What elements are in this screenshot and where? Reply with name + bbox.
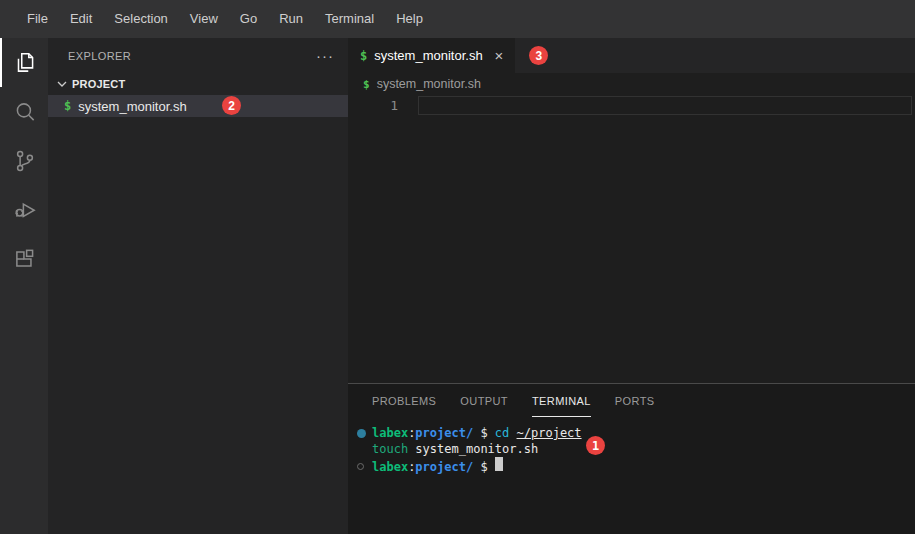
- menu-bar: File Edit Selection View Go Run Terminal…: [0, 0, 915, 38]
- menu-view[interactable]: View: [179, 0, 229, 38]
- breadcrumb-label: system_monitor.sh: [377, 77, 481, 91]
- tab-terminal[interactable]: TERMINAL: [532, 385, 591, 417]
- tab-ports[interactable]: PORTS: [615, 385, 655, 417]
- activity-bar: [0, 38, 48, 534]
- bottom-panel: PROBLEMS OUTPUT TERMINAL PORTS labex:pro…: [348, 383, 915, 534]
- prompt-dir: project/: [415, 459, 473, 475]
- sidebar-section-project[interactable]: PROJECT: [48, 73, 348, 95]
- file-name: system_monitor.sh: [78, 99, 186, 114]
- menu-file[interactable]: File: [16, 0, 59, 38]
- step-badge-2: 2: [222, 96, 241, 115]
- tab-system-monitor[interactable]: $ system_monitor.sh ×: [348, 38, 515, 73]
- menu-go[interactable]: Go: [229, 0, 268, 38]
- shell-file-icon: $: [360, 49, 367, 63]
- chevron-down-icon: [54, 76, 70, 92]
- prompt-user: labex: [372, 425, 408, 441]
- step-badge-3: 3: [529, 46, 548, 65]
- prompt-dollar: $: [473, 425, 495, 441]
- prompt-dir: project/: [415, 425, 473, 441]
- explorer-icon[interactable]: [0, 38, 48, 87]
- breadcrumb[interactable]: $ system_monitor.sh: [348, 73, 915, 95]
- search-icon[interactable]: [0, 87, 48, 136]
- shell-file-icon: $: [64, 99, 71, 113]
- sidebar-header: EXPLORER ···: [48, 38, 348, 73]
- tab-problems[interactable]: PROBLEMS: [372, 385, 436, 417]
- file-item-system-monitor[interactable]: $ system_monitor.sh 2: [48, 95, 348, 117]
- menu-terminal[interactable]: Terminal: [314, 0, 385, 38]
- tab-label: system_monitor.sh: [374, 48, 482, 63]
- menu-run[interactable]: Run: [268, 0, 314, 38]
- editor-tab-bar: $ system_monitor.sh × 3: [348, 38, 915, 73]
- tab-output[interactable]: OUTPUT: [460, 385, 508, 417]
- terminal-cursor: [495, 457, 503, 471]
- terminal-line-3: labex:project/ $: [356, 457, 915, 475]
- step-badge-1: 1: [586, 436, 605, 455]
- command-cd: cd: [495, 425, 509, 441]
- terminal-line-1: labex:project/ $ cd ~/project: [356, 425, 915, 441]
- panel-tab-bar: PROBLEMS OUTPUT TERMINAL PORTS: [348, 384, 915, 418]
- extensions-icon[interactable]: [0, 234, 48, 283]
- command-pending-indicator-icon: [356, 458, 372, 474]
- menu-help[interactable]: Help: [385, 0, 434, 38]
- prompt-user: labex: [372, 459, 408, 475]
- vscode-window: File Edit Selection View Go Run Terminal…: [0, 0, 915, 534]
- more-actions-icon[interactable]: ···: [316, 51, 334, 61]
- command-touch-arg: system_monitor.sh: [415, 441, 538, 457]
- close-icon[interactable]: ×: [493, 47, 506, 64]
- line-number: 1: [348, 96, 418, 115]
- run-and-debug-icon[interactable]: [0, 185, 48, 234]
- explorer-sidebar: EXPLORER ··· PROJECT $ system_monitor.sh…: [48, 38, 348, 534]
- editor-area[interactable]: 1: [348, 95, 915, 383]
- terminal-content[interactable]: labex:project/ $ cd ~/project touch syst…: [348, 418, 915, 534]
- shell-file-icon: $: [363, 78, 370, 91]
- command-executed-indicator-icon: [356, 425, 372, 441]
- section-label: PROJECT: [72, 78, 125, 90]
- menu-edit[interactable]: Edit: [59, 0, 103, 38]
- command-cd-arg: ~/project: [517, 425, 582, 441]
- source-control-icon[interactable]: [0, 136, 48, 185]
- prompt-colon: :: [408, 425, 415, 441]
- current-line-highlight: [418, 96, 912, 115]
- menu-selection[interactable]: Selection: [103, 0, 178, 38]
- terminal-line-2: touch system_monitor.sh: [356, 441, 915, 457]
- command-touch: touch: [372, 441, 408, 457]
- sidebar-title: EXPLORER: [68, 50, 316, 62]
